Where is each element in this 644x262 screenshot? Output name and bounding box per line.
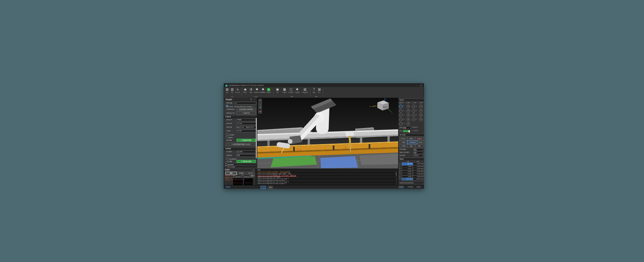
toolbar-button-open[interactable]: ▥打开▾ bbox=[230, 88, 234, 94]
jog-plus-button[interactable]: + bbox=[407, 105, 410, 108]
single-func-toggle[interactable] bbox=[414, 148, 423, 151]
minimize-button[interactable]: – bbox=[415, 84, 418, 87]
jog-plus-button[interactable]: + bbox=[419, 105, 423, 108]
toolbar-button-monitor-params[interactable]: ▢监控参数 bbox=[288, 88, 293, 93]
home-button[interactable]: ◎回零 bbox=[399, 144, 407, 148]
jog-minus-button[interactable]: − bbox=[399, 114, 402, 117]
seam-edit-checkbox-row[interactable]: 焊缝编辑（选中焊缝将用焊缝适配 【焊缝区域】） bbox=[226, 105, 256, 107]
dock-tab-dual-view[interactable]: 两视图 bbox=[225, 186, 231, 188]
toolbar-button-weld-props[interactable]: ✱焊缝属性 bbox=[260, 88, 266, 93]
common-axis-mode-label[interactable]: 通用轴模式 bbox=[412, 127, 418, 128]
toolbar-button-import-part[interactable]: ↳导入工件▾ bbox=[235, 88, 240, 94]
jog-plus-button[interactable]: + bbox=[407, 114, 410, 117]
step-slider[interactable] bbox=[403, 127, 411, 129]
manual-adjust-checkbox[interactable]: 手动调整焊枪 bbox=[226, 158, 237, 160]
toolbar-button-help[interactable]: ?帮助▾ bbox=[312, 88, 316, 94]
resume-weld-button[interactable]: ▶断点续焊 bbox=[407, 140, 417, 144]
axis-table-row[interactable]: G.X-3.525 mm0.000 mm/s bbox=[399, 178, 423, 180]
mode-radio-base[interactable]: ○ 基座 bbox=[419, 102, 423, 103]
toolbar-button-plc-config[interactable]: ▦PLC配置▾ bbox=[282, 88, 287, 94]
tab-section[interactable]: 截面 bbox=[225, 172, 237, 175]
axis-table-row[interactable]: J40.000 °0.000 RPM bbox=[399, 170, 423, 173]
toolbar-button-traverse-params[interactable]: ▤焊缝横程参数▾ bbox=[301, 88, 309, 94]
section-preview-canvas[interactable]: Please set Front Plane bbox=[233, 178, 253, 186]
toolbar-button-file[interactable]: ▤文件▾ bbox=[225, 88, 229, 94]
track-button[interactable]: 追踪 bbox=[407, 144, 415, 148]
dock-tab-io-monitor[interactable]: IO监控 bbox=[416, 186, 422, 188]
dock-tab-axis-monitor[interactable]: 轴监控 bbox=[398, 186, 404, 188]
start-button[interactable]: ▶开始 bbox=[399, 137, 407, 140]
seam-length-input[interactable]: 25 mm bbox=[236, 122, 256, 125]
mode-radio-tool[interactable]: ○ 工具 bbox=[412, 102, 416, 103]
dock-tab-tcp-monitor[interactable]: TCP监控 bbox=[407, 186, 414, 188]
viewport-3d[interactable]: BACK X Y Z ✳ △ ◎ ◆ bbox=[257, 98, 398, 168]
jog-plus-button[interactable]: + bbox=[407, 122, 410, 126]
locate-mode-select[interactable]: 起点寻位▾ bbox=[236, 150, 256, 153]
jog-plus-button[interactable]: + bbox=[407, 109, 410, 113]
auto-adjust-checkbox[interactable]: 自动调整 bbox=[226, 133, 234, 136]
pause-button[interactable]: ‖暂停 bbox=[407, 137, 415, 140]
jog-minus-button[interactable]: − bbox=[412, 109, 415, 113]
toolbar-button-tools[interactable]: ▣工具▾ bbox=[275, 88, 280, 94]
toolbar-button-viewpoint[interactable]: ◉视角点▾ bbox=[243, 88, 248, 94]
jog-settings-link[interactable]: ◎ 点动设置 bbox=[412, 130, 418, 131]
axis-table-hscrollbar[interactable] bbox=[399, 182, 423, 183]
dry-run-button[interactable]: 空运行 bbox=[417, 140, 424, 144]
pose-angle-input[interactable]: 16.90° bbox=[236, 130, 256, 132]
log-list[interactable]: [09/18 16:42:52][PLC] 排气阀开启，等待气压稳定完成 [09… bbox=[257, 171, 397, 185]
jog-minus-button[interactable]: − bbox=[399, 109, 402, 113]
stop-button[interactable]: ■停止 bbox=[415, 137, 424, 140]
axis-table-row[interactable]: J116.776 °0.000 RPM bbox=[399, 163, 423, 165]
new-seam-checkbox[interactable]: 新焊缝 bbox=[226, 136, 233, 138]
reset-button[interactable]: 重置 bbox=[250, 175, 255, 177]
axis-table-row[interactable]: J60.000 °0.000 RPM bbox=[399, 175, 423, 178]
save-log-button[interactable]: 保存 bbox=[268, 186, 273, 189]
jog-minus-button[interactable]: − bbox=[399, 105, 402, 108]
jog-minus-button[interactable]: − bbox=[399, 122, 402, 126]
jog-minus-button[interactable]: − bbox=[412, 118, 415, 121]
margin-start-input[interactable]: 0 mm bbox=[239, 126, 247, 129]
mode-radio-joint[interactable]: ◉ 关节 bbox=[399, 102, 404, 103]
tab-3d-section[interactable]: 3D截面 bbox=[237, 172, 246, 175]
update-fit-button[interactable]: ↻ 更新焊缝适配 bbox=[236, 139, 256, 142]
toolbar-button-servo-status[interactable]: ●伺服状态▾ bbox=[266, 88, 272, 94]
jog-plus-button[interactable]: + bbox=[419, 109, 423, 113]
log-scrollbar[interactable] bbox=[396, 172, 397, 185]
toolbar-button-weld-init[interactable]: ✱焊缝属性初始化 bbox=[254, 88, 260, 93]
toolbar-button-simulate[interactable]: ◔模拟 bbox=[249, 88, 253, 93]
expand-icon[interactable]: ◱ bbox=[253, 169, 254, 171]
reset-button[interactable]: 复位 bbox=[415, 144, 424, 148]
jog-plus-button[interactable]: + bbox=[407, 118, 410, 121]
axis-table-row[interactable]: J20.000 °0.000 RPM bbox=[399, 165, 423, 168]
positioner-system-section[interactable]: 变位机系统 bbox=[224, 165, 257, 167]
zoom-icon[interactable]: ◎ bbox=[258, 105, 262, 109]
seam-pos-select[interactable]: 平角焊▾ bbox=[236, 119, 256, 121]
axis-table-row[interactable]: J50.000 °0.000 RPM bbox=[399, 173, 423, 175]
left-panel-scrollbar[interactable] bbox=[256, 118, 257, 158]
log-tab-button[interactable]: 日志 bbox=[261, 186, 266, 189]
pick-direction-button[interactable]: ✎ 拾取方向 bbox=[236, 112, 256, 115]
axis-table-row[interactable]: J30.000 °0.000 RPM bbox=[399, 168, 423, 170]
detect-area-checkbox[interactable]: 检测区域 bbox=[241, 175, 249, 178]
step-back-button[interactable]: «回退 bbox=[399, 140, 407, 144]
apply-check-icon[interactable]: ✓ bbox=[254, 98, 255, 100]
auto-path-button[interactable]: 自动选择最近焊缝路径 bbox=[236, 108, 256, 111]
jog-plus-button[interactable]: + bbox=[419, 114, 423, 117]
toolbar-button-stats[interactable]: ▥统计 bbox=[317, 88, 322, 93]
sync-fit-button[interactable]: ↻ 同步更新焊缝适配 (U/SYN) bbox=[226, 143, 256, 146]
speed-slider[interactable] bbox=[403, 130, 411, 132]
update-locate-fit-button[interactable]: ↻ 更新寻位适配 bbox=[236, 160, 256, 163]
measure-icon[interactable]: ◆ bbox=[258, 110, 262, 114]
restore-button[interactable]: ▢ bbox=[419, 84, 423, 87]
mode-radio-world[interactable]: ○ 世界 bbox=[406, 102, 410, 103]
jog-minus-button[interactable]: − bbox=[412, 105, 415, 108]
toolbar-button-process-params[interactable]: ✱工艺参数▾ bbox=[294, 88, 300, 94]
weld-params-section[interactable]: 焊接参数 bbox=[224, 115, 257, 118]
spacing-select[interactable]: 10mm▾ bbox=[414, 154, 424, 157]
close-icon[interactable]: × bbox=[250, 98, 252, 100]
reverse-mode-toggle[interactable] bbox=[414, 151, 423, 154]
jog-minus-button[interactable]: − bbox=[412, 114, 415, 117]
jog-plus-button[interactable]: + bbox=[419, 118, 423, 121]
margin-end-input[interactable]: 0 mm bbox=[249, 126, 256, 129]
function-params-section[interactable]: 功能参数 bbox=[224, 147, 257, 150]
